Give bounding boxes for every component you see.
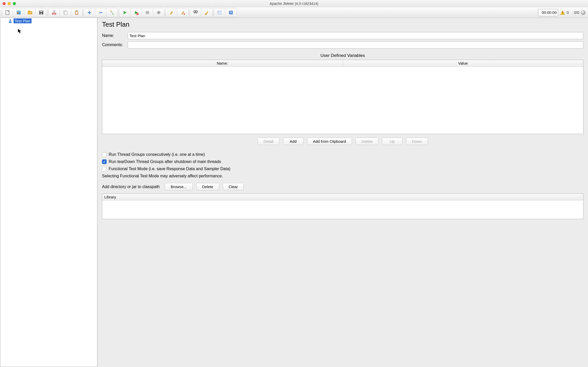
svg-point-20: [196, 11, 197, 12]
svg-point-19: [194, 11, 195, 12]
classpath-clear-button[interactable]: Clear: [223, 183, 244, 190]
tree-panel[interactable]: Test Plan: [0, 18, 97, 367]
function-helper-button[interactable]: [214, 8, 225, 17]
shutdown-button[interactable]: [153, 8, 164, 17]
vars-column-name[interactable]: Name:: [102, 60, 343, 66]
window-titlebar: Apache JMeter (4.0 r1823414): [0, 0, 588, 7]
svg-rect-28: [10, 19, 11, 19]
svg-rect-21: [205, 14, 207, 15]
svg-rect-10: [64, 11, 67, 15]
svg-rect-0: [6, 10, 9, 15]
functional-label: Functional Test Mode (i.e. save Response…: [109, 167, 230, 171]
main-panel: Test Plan Name: Comments: User Defined V…: [97, 18, 588, 367]
cursor-icon: [18, 29, 22, 34]
status-area: ! 0 0/0: [559, 10, 586, 15]
expand-button[interactable]: [84, 8, 95, 17]
comments-input[interactable]: [128, 41, 583, 48]
library-table[interactable]: Library: [102, 193, 583, 219]
svg-text:STOP: STOP: [146, 12, 149, 13]
svg-rect-2: [17, 12, 20, 12]
svg-rect-13: [76, 10, 77, 11]
svg-rect-5: [40, 11, 42, 12]
add-from-clipboard-button[interactable]: Add from Clipboard: [307, 138, 352, 145]
down-button[interactable]: Down: [406, 138, 428, 145]
start-button[interactable]: [119, 8, 130, 17]
clear-button[interactable]: [166, 8, 177, 17]
stop-button[interactable]: STOP: [142, 8, 153, 17]
reset-search-button[interactable]: [201, 8, 212, 17]
window-close-button[interactable]: [3, 2, 6, 5]
delete-button[interactable]: Delete: [356, 138, 378, 145]
consecutive-label: Run Thread Groups consecutively (i.e. on…: [109, 152, 205, 157]
svg-rect-24: [218, 12, 218, 13]
consecutive-checkbox[interactable]: [102, 152, 107, 157]
name-input[interactable]: [128, 32, 583, 39]
page-title: Test Plan: [102, 21, 583, 28]
up-button[interactable]: Up: [382, 138, 402, 145]
classpath-label: Add directory or jar to classpath: [102, 185, 160, 189]
window-minimize-button[interactable]: [8, 2, 11, 5]
paste-button[interactable]: [71, 8, 82, 17]
add-button[interactable]: Add: [283, 138, 303, 145]
thread-count: 0/0: [574, 10, 579, 15]
svg-point-3: [17, 13, 18, 14]
copy-button[interactable]: [60, 8, 71, 17]
tree-item-test-plan[interactable]: Test Plan: [0, 18, 97, 24]
save-button[interactable]: [36, 8, 47, 17]
teardown-label: Run tearDown Thread Groups after shutdow…: [109, 159, 221, 164]
help-button[interactable]: ?: [225, 8, 237, 17]
classpath-delete-button[interactable]: Delete: [196, 183, 219, 190]
tree-item-label: Test Plan: [14, 18, 32, 23]
flask-icon: [8, 19, 13, 23]
vars-column-value[interactable]: Value: [343, 60, 583, 66]
name-label: Name:: [102, 33, 128, 38]
window-maximize-button[interactable]: [13, 2, 16, 5]
teardown-checkbox[interactable]: [102, 159, 107, 164]
svg-rect-23: [218, 11, 218, 12]
detail-button[interactable]: Detail: [258, 138, 279, 145]
warning-count: 0: [567, 10, 569, 15]
window-title: Apache JMeter (4.0 r1823414): [0, 2, 588, 6]
library-column[interactable]: Library: [102, 194, 583, 200]
functional-checkbox[interactable]: [102, 167, 107, 171]
svg-point-15: [113, 14, 114, 15]
svg-point-14: [110, 10, 111, 11]
new-button[interactable]: [2, 8, 13, 17]
search-button[interactable]: [190, 8, 201, 17]
timer-display: 00:00:00: [538, 9, 558, 16]
svg-text:?: ?: [230, 11, 232, 14]
toolbar: STOP ? 00:00:00 ! 0 0/0: [0, 7, 588, 18]
warning-icon: !: [560, 10, 565, 15]
templates-button[interactable]: [13, 8, 24, 17]
functional-hint: Selecting Functional Test Mode may adver…: [102, 174, 583, 178]
toggle-button[interactable]: [106, 8, 118, 17]
svg-text:!: !: [562, 12, 563, 14]
activity-indicator: [581, 10, 585, 15]
comments-label: Comments:: [102, 43, 128, 47]
start-no-timers-button[interactable]: [130, 8, 142, 17]
cut-button[interactable]: [48, 8, 60, 17]
svg-rect-1: [17, 11, 21, 14]
svg-rect-6: [40, 13, 42, 14]
vars-section-title: User Defined Variables: [102, 53, 583, 58]
svg-rect-12: [76, 11, 77, 14]
collapse-button[interactable]: [95, 8, 106, 17]
browse-button[interactable]: Browse...: [165, 183, 193, 190]
clear-all-button[interactable]: [177, 8, 188, 17]
vars-table[interactable]: Name: Value: [102, 60, 583, 134]
open-button[interactable]: [24, 8, 36, 17]
